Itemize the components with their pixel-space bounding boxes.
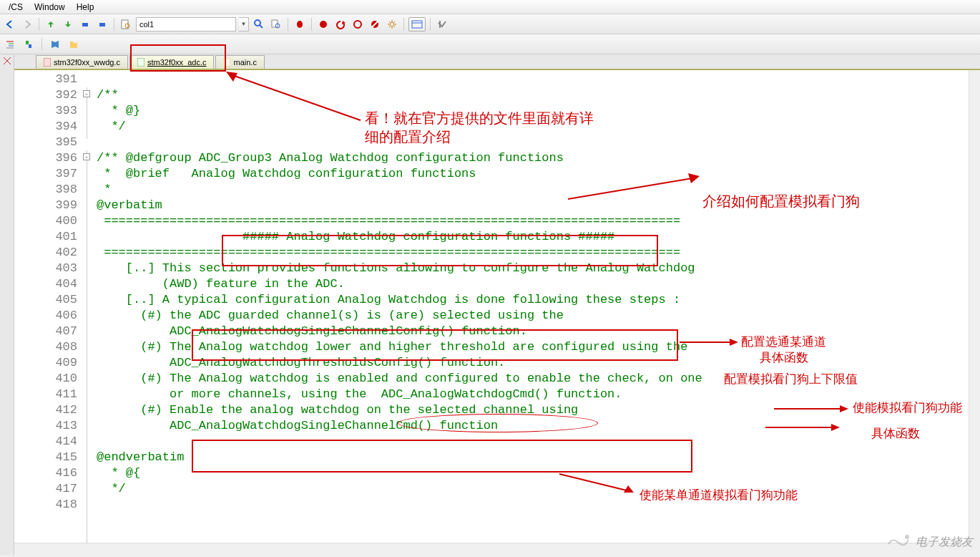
disable-bp-icon[interactable] bbox=[368, 17, 382, 32]
vertical-scrollbar[interactable] bbox=[969, 70, 980, 543]
svg-point-11 bbox=[320, 21, 327, 28]
bookmark-next-icon[interactable] bbox=[61, 17, 75, 32]
separator bbox=[39, 18, 39, 31]
tab-label: stm32f0xx_adc.c bbox=[147, 58, 207, 67]
separator bbox=[311, 18, 312, 31]
separator bbox=[403, 18, 404, 31]
separator bbox=[430, 18, 431, 31]
svg-rect-4 bbox=[122, 20, 128, 29]
tab-label: main.c bbox=[233, 58, 256, 67]
watermark-text: 电子发烧友 bbox=[916, 535, 973, 550]
svg-rect-25 bbox=[29, 44, 31, 48]
main-toolbar: ▼ bbox=[0, 14, 980, 34]
separator bbox=[288, 18, 288, 31]
indent-icon[interactable] bbox=[3, 37, 17, 52]
c-file-icon bbox=[223, 58, 230, 67]
folder-book-icon[interactable] bbox=[67, 37, 81, 52]
search-input[interactable] bbox=[136, 17, 236, 32]
fold-toggle-icon[interactable]: - bbox=[83, 153, 90, 160]
svg-rect-30 bbox=[223, 58, 230, 67]
left-sidebar-collapsed[interactable] bbox=[0, 54, 14, 556]
tab-main[interactable]: main.c bbox=[215, 55, 264, 69]
undo-icon[interactable] bbox=[78, 17, 92, 32]
record-icon[interactable] bbox=[316, 17, 330, 32]
svg-rect-24 bbox=[26, 41, 29, 44]
code-editor[interactable]: 3913923933943953963973983994004014024034… bbox=[14, 70, 980, 543]
find-icon[interactable] bbox=[252, 17, 266, 32]
fold-toggle-icon[interactable]: - bbox=[83, 90, 90, 97]
svg-rect-2 bbox=[82, 23, 88, 26]
svg-point-10 bbox=[297, 21, 303, 28]
svg-point-43 bbox=[905, 535, 909, 539]
svg-rect-3 bbox=[99, 23, 105, 26]
menu-vcs[interactable]: /CS bbox=[3, 1, 29, 14]
svg-marker-1 bbox=[65, 21, 71, 27]
code-content[interactable]: /** * @} *//** @defgroup ADC_Group3 Anal… bbox=[97, 70, 980, 513]
window-layout-icon[interactable] bbox=[408, 17, 426, 32]
separator bbox=[114, 18, 114, 31]
svg-marker-0 bbox=[48, 21, 54, 27]
svg-rect-29 bbox=[137, 58, 144, 67]
horizontal-scrollbar[interactable] bbox=[14, 543, 969, 554]
toggle-header-icon[interactable] bbox=[21, 37, 36, 52]
fold-column: - - bbox=[80, 70, 94, 543]
menu-bar: /CS Window Help bbox=[0, 0, 980, 14]
settings-icon[interactable] bbox=[385, 17, 399, 32]
svg-line-7 bbox=[260, 25, 263, 28]
separator bbox=[41, 38, 42, 51]
book-icon[interactable] bbox=[48, 37, 62, 52]
tab-wwdg[interactable]: stm32f0xx_wwdg.c bbox=[36, 55, 128, 69]
tab-adc[interactable]: stm32f0xx_adc.c bbox=[129, 55, 215, 69]
debug-icon[interactable] bbox=[293, 17, 307, 32]
svg-point-13 bbox=[354, 21, 361, 28]
sidebar-close-icon[interactable] bbox=[2, 56, 12, 66]
search-file-icon[interactable] bbox=[119, 17, 133, 32]
redo-icon[interactable] bbox=[95, 17, 109, 32]
c-file-icon bbox=[137, 58, 144, 67]
bookmark-prev-icon[interactable] bbox=[44, 17, 58, 32]
forward-icon[interactable] bbox=[20, 17, 34, 32]
c-file-icon bbox=[44, 58, 51, 67]
svg-rect-28 bbox=[44, 58, 51, 67]
breakpoint-icon[interactable] bbox=[351, 17, 365, 32]
back-icon[interactable] bbox=[3, 17, 17, 32]
find-in-files-icon[interactable] bbox=[269, 17, 283, 32]
menu-help[interactable]: Help bbox=[71, 1, 100, 14]
search-dropdown-icon[interactable]: ▼ bbox=[239, 17, 249, 32]
secondary-toolbar bbox=[0, 34, 980, 54]
options-icon[interactable] bbox=[435, 17, 449, 32]
svg-point-16 bbox=[390, 22, 394, 26]
line-number-gutter: 3913923933943953963973983994004014024034… bbox=[14, 70, 80, 513]
editor-tab-bar: stm32f0xx_wwdg.c stm32f0xx_adc.c main.c bbox=[14, 54, 980, 70]
menu-window[interactable]: Window bbox=[29, 1, 71, 14]
svg-point-6 bbox=[255, 20, 260, 26]
stop-icon[interactable] bbox=[333, 17, 348, 32]
svg-rect-17 bbox=[412, 21, 422, 28]
watermark: 电子发烧友 bbox=[886, 531, 973, 553]
tab-label: stm32f0xx_wwdg.c bbox=[54, 58, 120, 67]
